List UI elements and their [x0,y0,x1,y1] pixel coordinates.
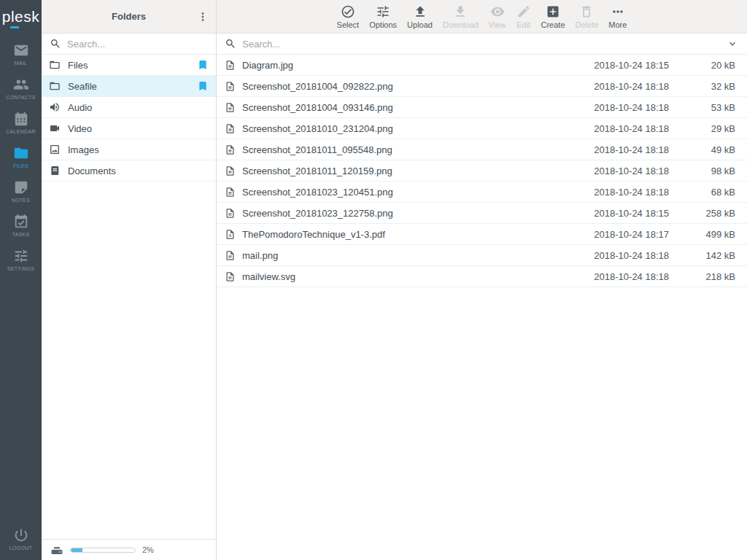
toolbar-button-label: More [608,20,627,29]
folder-item-audio[interactable]: Audio [42,97,216,118]
folder-item-label: Video [68,123,92,134]
file-row[interactable]: Screenshot_20181023_120451.png2018-10-24… [217,182,747,203]
file-icon [225,208,236,219]
upload-button[interactable]: Upload [402,4,438,29]
sidebar-item-label: NOTES [12,198,31,203]
file-row[interactable]: Diagram.jpg2018-10-24 18:1520 kB [217,55,747,76]
file-icon [225,102,236,113]
file-row[interactable]: mail.png2018-10-24 18:18142 kB [217,245,747,266]
file-date: 2018-10-24 18:18 [583,250,669,261]
documents-icon [49,165,61,176]
folders-search-row [42,34,216,55]
folder-item-documents[interactable]: Documents [42,160,216,182]
view-icon [490,4,505,19]
sidebar-item-label: MAIL [15,61,28,66]
file-row[interactable]: Screenshot_20181011_120159.png2018-10-24… [217,160,747,182]
sidebar-item-settings[interactable]: SETTINGS [0,242,42,276]
rail-logout-wrap: LOGOUT [0,518,42,560]
file-name: Diagram.jpg [242,60,576,71]
toolbar-button-label: Download [443,20,479,29]
image-icon [49,144,61,155]
tasks-icon [13,214,29,230]
file-size: 258 kB [676,208,735,219]
folders-search-input[interactable] [67,39,208,50]
file-name: Screenshot_20181023_122758.png [242,208,576,219]
chevron-down-icon[interactable] [727,38,738,50]
folder-item-video[interactable]: Video [42,118,216,139]
file-size: 29 kB [676,123,735,134]
file-icon [225,81,236,92]
folder-item-seafile[interactable]: Seafile [42,76,216,97]
more-button[interactable]: More [603,4,632,29]
kebab-menu-icon[interactable] [193,7,212,26]
file-name: Screenshot_20181023_120451.png [242,187,576,198]
storage-progress-bar [70,548,136,553]
file-toolbar: SelectOptionsUploadDownloadViewEditCreat… [217,0,747,34]
edit-button: Edit [511,4,536,29]
folders-panel-title: Folders [112,11,146,22]
file-date: 2018-10-24 18:18 [583,166,669,176]
files-icon [13,145,29,161]
file-row[interactable]: Screenshot_20181004_092822.png2018-10-24… [217,76,747,97]
file-icon [225,123,236,134]
sidebar-item-label: FILES [13,163,28,168]
sidebar-item-label: SETTINGS [7,266,34,271]
file-date: 2018-10-24 18:17 [583,229,669,240]
folder-item-images[interactable]: Images [42,139,216,160]
file-name: Screenshot_20181011_095548.png [242,144,576,155]
file-size: 53 kB [676,102,735,113]
file-row[interactable]: AThePomodoroTechnique_v1-3.pdf2018-10-24… [217,224,747,245]
audio-icon [49,101,61,113]
file-icon [225,166,236,176]
select-button[interactable]: Select [332,4,365,29]
sidebar-item-mail[interactable]: MAIL [0,36,42,71]
sidebar-item-calendar[interactable]: CALENDAR [0,105,42,139]
files-search-input[interactable] [242,39,721,50]
file-row[interactable]: Screenshot_20181011_095548.png2018-10-24… [217,139,747,160]
folders-panel: Folders FilesSeafileAudioVideoImagesDocu… [42,0,217,560]
create-button[interactable]: Create [536,4,570,29]
calendar-icon [13,111,29,127]
file-row[interactable]: mailview.svg2018-10-24 18:18218 kB [217,266,747,287]
create-icon [546,4,560,19]
file-size: 20 kB [676,60,735,71]
storage-percent-label: 2% [142,545,154,554]
toolbar-button-label: Edit [516,20,530,29]
file-row[interactable]: Screenshot_20181023_122758.png2018-10-24… [217,203,747,224]
file-date: 2018-10-24 18:18 [583,81,669,92]
plesk-logo-text: plesk [2,8,40,26]
file-name: ThePomodoroTechnique_v1-3.pdf [242,229,576,240]
delete-button: Delete [570,4,604,29]
bookmark-icon[interactable] [197,80,209,92]
file-row[interactable]: Screenshot_20181004_093146.png2018-10-24… [217,97,747,118]
file-row[interactable]: Screenshot_20181010_231204.png2018-10-24… [217,118,747,139]
folder-item-files[interactable]: Files [42,55,216,76]
search-icon [225,38,236,50]
download-button: Download [438,4,484,29]
file-icon [225,250,236,261]
file-date: 2018-10-24 18:18 [583,102,669,113]
sidebar-item-logout[interactable]: LOGOUT [0,521,42,556]
power-icon [13,527,29,543]
sidebar-item-label: LOGOUT [9,545,32,551]
sidebar-item-contacts[interactable]: CONTACTS [0,71,42,105]
folder-item-label: Images [68,144,99,155]
more-icon [611,4,625,19]
edit-icon [516,4,531,19]
sidebar-item-tasks[interactable]: TASKS [0,208,42,242]
app-rail: plesk MAILCONTACTSCALENDARFILESNOTESTASK… [0,0,42,560]
file-name: Screenshot_20181004_093146.png [242,102,576,113]
rail-nav: MAILCONTACTSCALENDARFILESNOTESTASKSSETTI… [0,34,42,276]
file-date: 2018-10-24 18:18 [583,144,669,155]
toolbar-button-label: Delete [576,20,599,29]
plesk-logo-underline [10,26,19,28]
file-name: Screenshot_20181010_231204.png [242,123,576,134]
download-icon [453,4,468,19]
sidebar-item-files[interactable]: FILES [0,139,42,174]
plesk-logo[interactable]: plesk [0,0,42,34]
file-date: 2018-10-24 18:18 [583,187,669,198]
options-button[interactable]: Options [364,4,402,29]
folder-item-label: Documents [68,166,116,176]
bookmark-icon[interactable] [197,59,209,71]
sidebar-item-notes[interactable]: NOTES [0,174,42,208]
